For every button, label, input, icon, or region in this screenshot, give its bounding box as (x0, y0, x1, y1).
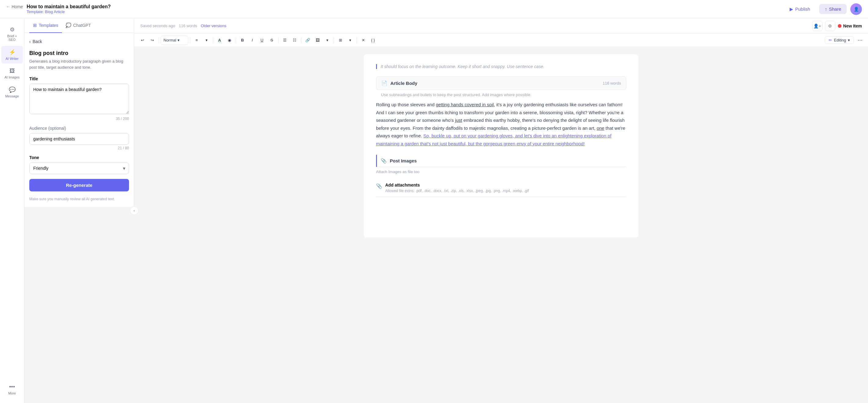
home-button[interactable]: ← Home (6, 3, 23, 10)
settings-icon: ⚙ (828, 24, 832, 28)
highlight-button[interactable]: ◉ (225, 36, 234, 45)
link-icon: 🔗 (305, 38, 310, 42)
add-user-button[interactable]: 👤+ (812, 21, 823, 31)
bold-button[interactable]: B (238, 36, 247, 45)
redo-button[interactable]: ↪ (148, 36, 157, 45)
undo-icon: ↩ (141, 38, 144, 42)
toolbar-separator-7 (334, 37, 334, 44)
clear-format-button[interactable]: ✕ (359, 36, 368, 45)
toolbar-separator-1 (159, 37, 159, 44)
toolbar-separator-6 (301, 37, 301, 44)
ordered-list-button[interactable]: ☷ (290, 36, 299, 45)
avatar[interactable]: 👤 (850, 3, 862, 15)
tone-label: Tone (29, 155, 129, 160)
clear-format-icon: ✕ (362, 38, 365, 42)
audience-label: Audience (optional) (29, 126, 129, 131)
pencil-icon: ✏ (829, 38, 832, 42)
template-subtitle: Template: Blog Article (27, 9, 784, 14)
regenerate-button[interactable]: Re-generate (29, 179, 129, 192)
audience-optional: (optional) (48, 126, 66, 131)
message-icon: 💬 (9, 86, 16, 93)
text-color-button[interactable]: A (215, 36, 224, 45)
chevron-left-icon: ← (6, 4, 10, 9)
strikethrough-button[interactable]: S (267, 36, 276, 45)
back-button[interactable]: ‹ Back (29, 38, 42, 45)
editor-content: It should focus on the learning outcome.… (134, 47, 868, 403)
editing-label: Editing (834, 38, 846, 42)
undo-button[interactable]: ↩ (138, 36, 147, 45)
italic-button[interactable]: I (248, 36, 257, 45)
templates-tab-icon: ⊞ (33, 23, 37, 28)
align-chevron-icon: ▾ (206, 38, 208, 42)
post-images-header: 📎 Post Images (376, 155, 626, 167)
ordered-list-icon: ☷ (293, 38, 297, 42)
image-chevron-button[interactable]: ▾ (323, 36, 332, 45)
home-label: Home (11, 4, 23, 9)
table-chevron-icon: ▾ (349, 38, 351, 42)
add-attachments[interactable]: 📎 Add attachments Allowed file extns: .p… (376, 179, 626, 197)
sidebar-item-ai-writer[interactable]: ⚡ AI Writer (1, 46, 23, 63)
align-chevron-button[interactable]: ▾ (202, 36, 211, 45)
post-images-desc: Attach Images as file too (376, 169, 626, 174)
ai-images-icon: 🖼 (9, 68, 15, 74)
tone-select-wrap: Friendly Professional Casual Formal Humo… (29, 163, 129, 174)
attach-title: Add attachments (385, 182, 529, 188)
new-item-label: New Item (843, 24, 862, 28)
bullet-list-button[interactable]: ☰ (280, 36, 289, 45)
publish-icon: ▶ (789, 6, 793, 12)
title-textarea[interactable] (29, 84, 129, 114)
toolbar-right: ✏ Editing ▾ ⋯ (825, 36, 864, 45)
tone-select[interactable]: Friendly Professional Casual Formal Humo… (29, 163, 129, 174)
regenerate-label: Re-generate (66, 182, 92, 188)
sidebar-item-brief-seo[interactable]: ⚙ Brief + SEO (1, 23, 23, 45)
image-chevron-icon: ▾ (326, 38, 329, 42)
title-char-count: 35 / 200 (29, 117, 129, 121)
template-link[interactable]: Blog Article (45, 9, 65, 14)
share-button[interactable]: ↑ Share (819, 4, 847, 14)
article-body-content[interactable]: Rolling up those sleeves and getting han… (376, 101, 626, 147)
article-body-icon: 📄 (381, 80, 388, 86)
editing-button[interactable]: ✏ Editing ▾ (825, 36, 854, 44)
toolbar-separator-5 (278, 37, 278, 44)
format-select[interactable]: Normal ▾ (161, 36, 188, 45)
link-button[interactable]: 🔗 (303, 36, 312, 45)
post-images-icon: 📎 (381, 158, 387, 164)
disclaimer-text: Make sure you manually review all AI gen… (29, 196, 129, 202)
editor-actions: 👤+ ⚙ New Item (812, 21, 862, 31)
align-button[interactable]: ≡ (192, 36, 201, 45)
templates-tab-label: Templates (39, 23, 58, 28)
table-button[interactable]: ⊞ (336, 36, 345, 45)
sidebar-item-ai-images[interactable]: 🖼 AI Images (1, 65, 23, 82)
publish-button[interactable]: ▶ Publish (784, 4, 815, 15)
tab-templates[interactable]: ⊞ Templates (29, 18, 62, 33)
table-chevron-button[interactable]: ▾ (346, 36, 355, 45)
attach-icon: 📎 (376, 183, 382, 189)
sidebar-item-message[interactable]: 💬 Message (1, 83, 23, 101)
topbar-left: How to maintain a beautiful garden? Temp… (27, 4, 784, 14)
underline-button[interactable]: U (257, 36, 267, 45)
panel-collapse-toggle[interactable]: ‹ (130, 206, 138, 215)
article-word-count: 116 words (603, 81, 621, 85)
tab-chatgpt[interactable]: 💭 ChatGPT (62, 18, 95, 33)
toolbar-separator-3 (213, 37, 213, 44)
back-chevron-icon: ‹ (29, 39, 31, 44)
editor-meta: Saved seconds ago 116 words Older versio… (140, 24, 807, 28)
page-title: How to maintain a beautiful garden? (27, 4, 784, 9)
attach-info: Add attachments Allowed file extns: .pdf… (385, 182, 529, 193)
templates-panel-wrap: ⊞ Templates 💭 ChatGPT ‹ Back Blog post i… (24, 18, 134, 403)
older-versions-link[interactable]: Older versions (201, 24, 226, 28)
panel-tabs: ⊞ Templates 💭 ChatGPT (24, 18, 134, 33)
post-images-title: Post Images (390, 158, 416, 163)
audience-field-group: Audience (optional) 21 / 80 (29, 126, 129, 150)
audience-input[interactable] (29, 133, 129, 145)
collapse-icon: ‹ (133, 208, 135, 213)
code-icon: { } (371, 38, 375, 42)
code-button[interactable]: { } (368, 36, 378, 45)
toolbar-more-button[interactable]: ⋯ (856, 36, 864, 45)
sidebar-item-more[interactable]: ••• More (1, 381, 23, 398)
share-icon: ↑ (825, 6, 827, 11)
editor-inner: It should focus on the learning outcome.… (364, 54, 638, 237)
settings-button[interactable]: ⚙ (825, 21, 835, 31)
post-images-section: 📎 Post Images Attach Images as file too … (376, 155, 626, 197)
image-button[interactable]: 🖼 (313, 36, 322, 45)
